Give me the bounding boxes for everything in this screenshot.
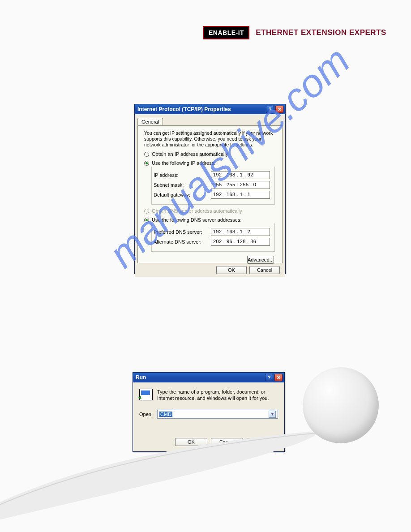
cancel-button[interactable]: Cancel xyxy=(211,438,243,446)
dns-group: Preferred DNS server: 192 . 168 . 1 . 2 … xyxy=(151,223,275,252)
open-value: CMD xyxy=(159,412,172,417)
logo-badge: ENABLE-IT xyxy=(203,26,249,39)
radio-label-disabled: Obtain DNS server address automatically xyxy=(152,208,242,214)
ok-button[interactable]: OK xyxy=(175,438,207,446)
dialog-title: Run xyxy=(136,374,146,381)
radio-icon-disabled xyxy=(144,209,149,214)
run-description: Type the name of a program, folder, docu… xyxy=(157,389,278,402)
alternate-dns-label: Alternate DNS server: xyxy=(154,239,201,245)
titlebar: Run ? ✕ xyxy=(133,373,284,382)
close-button[interactable]: ✕ xyxy=(274,374,283,381)
cancel-button[interactable]: Cancel xyxy=(249,266,280,274)
default-gateway-input[interactable]: 192 . 168 . 1 . 1 xyxy=(211,191,270,199)
preferred-dns-label: Preferred DNS server: xyxy=(154,229,202,235)
radio-obtain-dns-auto: Obtain DNS server address automatically xyxy=(144,208,276,214)
radio-obtain-ip-auto[interactable]: Obtain an IP address automatically xyxy=(144,151,276,157)
subnet-mask-input[interactable]: 255 . 255 . 255 . 0 xyxy=(211,181,270,189)
ip-address-input[interactable]: 192 . 168 . 1 . 92 xyxy=(211,171,270,179)
tab-strip: General xyxy=(137,117,283,125)
help-button[interactable]: ? xyxy=(266,106,274,113)
open-combobox[interactable]: CMD ▾ xyxy=(157,410,278,419)
page-header: ENABLE-IT ETHERNET EXTENSION EXPERTS xyxy=(203,26,386,39)
browse-button[interactable]: Browse... xyxy=(247,438,279,446)
description-text: You can get IP settings assigned automat… xyxy=(144,130,276,148)
subnet-mask-label: Subnet mask: xyxy=(154,182,184,188)
radio-label: Use the following IP address: xyxy=(152,160,215,166)
help-button[interactable]: ? xyxy=(265,374,273,381)
tab-general[interactable]: General xyxy=(137,118,163,125)
preferred-dns-input[interactable]: 192 . 168 . 1 . 2 xyxy=(211,228,270,236)
close-button[interactable]: ✕ xyxy=(275,106,283,113)
alternate-dns-input[interactable]: 202 . 96 . 128 . 86 xyxy=(211,238,270,246)
titlebar-buttons: ? ✕ xyxy=(265,374,283,381)
ip-group: IP address: 192 . 168 . 1 . 92 Subnet ma… xyxy=(151,167,275,205)
open-label: Open: xyxy=(139,412,153,417)
default-gateway-label: Default gateway: xyxy=(154,192,190,197)
radio-icon xyxy=(144,152,149,157)
ok-button[interactable]: OK xyxy=(216,266,247,274)
tcpip-properties-dialog: Internet Protocol (TCP/IP) Properties ? … xyxy=(134,104,286,274)
run-dialog: Run ? ✕ Type the name of a program, fold… xyxy=(133,372,285,452)
radio-use-following-dns[interactable]: Use the following DNS server addresses: xyxy=(144,217,276,223)
run-icon xyxy=(139,389,153,400)
titlebar-buttons: ? ✕ xyxy=(266,106,283,113)
ip-address-label: IP address: xyxy=(154,172,178,178)
radio-label: Obtain an IP address automatically xyxy=(152,151,228,157)
decorative-sphere xyxy=(303,367,379,443)
radio-icon-selected xyxy=(144,161,149,166)
radio-label: Use the following DNS server addresses: xyxy=(152,217,242,223)
radio-icon-selected xyxy=(144,218,149,223)
tagline: ETHERNET EXTENSION EXPERTS xyxy=(256,28,386,37)
dialog-title: Internet Protocol (TCP/IP) Properties xyxy=(137,106,231,112)
chevron-down-icon[interactable]: ▾ xyxy=(269,411,276,418)
advanced-button[interactable]: Advanced... xyxy=(247,256,274,264)
radio-use-following-ip[interactable]: Use the following IP address: xyxy=(144,160,276,166)
titlebar: Internet Protocol (TCP/IP) Properties ? … xyxy=(135,104,285,114)
